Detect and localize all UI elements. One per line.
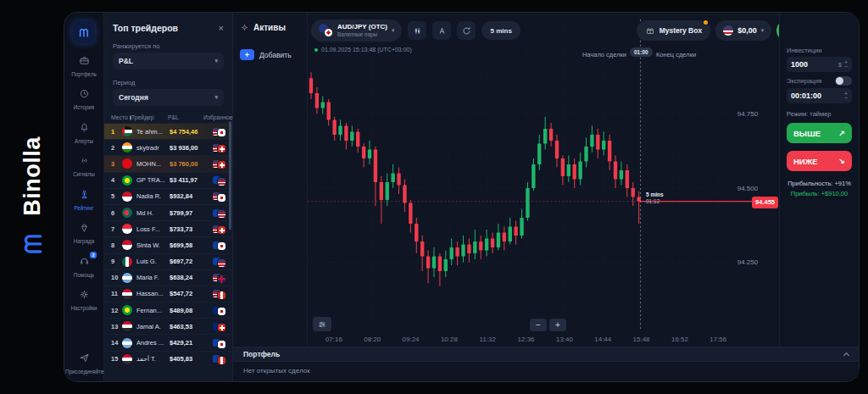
sidebar-item-alerts[interactable]: Алерты — [64, 121, 103, 144]
decrement-icon[interactable]: − — [844, 96, 848, 101]
trader-favorite-pair[interactable] — [205, 273, 225, 283]
notification-dot — [704, 20, 708, 25]
asset-selector[interactable]: AUD/JPY (OTC) Валютные пары ▾ — [311, 19, 402, 42]
zoom-in-button[interactable]: + — [549, 319, 566, 331]
trader-row[interactable]: 8Sinta W.$699,58 — [104, 236, 232, 252]
sidebar-item-history[interactable]: История — [64, 87, 103, 110]
chart-settings-button[interactable] — [313, 317, 331, 331]
top-traders-panel: Топ трейдеров × Ранжируется по P&L▾ Пери… — [104, 13, 233, 381]
live-dot-icon — [314, 48, 318, 52]
sidebar-item-signals[interactable]: Сигналы — [64, 154, 103, 177]
trader-row[interactable]: 14Andres ...$429,21 — [104, 334, 232, 350]
countdown-label: 5 mins 01:12 — [646, 191, 664, 205]
trader-favorite-pair[interactable] — [205, 321, 225, 331]
trader-country-flag-icon — [122, 142, 132, 153]
expiration-input[interactable]: 00:01:00 +− — [787, 88, 852, 103]
trader-row[interactable]: 10Maria F.$638,24 — [104, 269, 232, 286]
trader-country-flag-icon — [122, 208, 132, 218]
traders-scrollbar[interactable] — [229, 121, 231, 230]
trader-favorite-pair[interactable] — [205, 338, 225, 348]
trader-favorite-pair[interactable] — [205, 191, 225, 202]
arrow-down-right-icon: ↘ — [838, 157, 845, 165]
briefcase-icon — [79, 54, 90, 69]
trader-favorite-pair[interactable] — [205, 158, 225, 169]
lower-button[interactable]: НИЖЕ ↘ — [787, 151, 852, 171]
rank-by-label: Ранжируется по — [113, 42, 224, 50]
trader-row[interactable]: 5Nadia R.$932,84 — [104, 188, 232, 204]
favorite-flag-icon — [218, 357, 225, 364]
plus-icon: + — [240, 49, 254, 60]
sidebar-item-help[interactable]: Помощь2 — [64, 255, 103, 278]
mystery-box-button[interactable]: Mystery Box — [637, 20, 711, 41]
trader-row[interactable]: 2skytradr$3 936,00 — [104, 139, 232, 155]
trader-favorite-pair[interactable] — [205, 257, 225, 267]
favorite-flag-icon — [218, 194, 225, 202]
svg-text:94.750: 94.750 — [737, 110, 759, 118]
sidebar-item-settings[interactable]: Настройки — [64, 288, 103, 311]
trader-row[interactable]: 13Jamal A.$463,53 — [104, 318, 232, 334]
assets-title: Активы — [253, 23, 286, 32]
app-logo-icon[interactable] — [73, 21, 95, 43]
trader-country-flag-icon — [122, 289, 132, 299]
trader-favorite-pair[interactable] — [205, 126, 225, 136]
trader-favorite-pair[interactable] — [205, 224, 225, 234]
svg-text:14:44: 14:44 — [594, 336, 611, 343]
sidebar-item-reward[interactable]: Награда — [64, 221, 103, 244]
trader-name: Nadia R. — [136, 192, 170, 200]
balance-selector[interactable]: $0,00 ▾ — [715, 20, 771, 41]
candlestick-chart[interactable]: 07:1608:2009:2410:2811:3212:3613:4014:44… — [308, 13, 779, 347]
trader-pnl: $799,97 — [170, 209, 205, 217]
sidebar-item-join[interactable]: Присоединяйтесь — [64, 352, 103, 375]
sidebar-item-label: Настройки — [71, 305, 97, 311]
trader-name: Md H. — [136, 209, 170, 217]
period-select[interactable]: Сегодня▾ — [113, 89, 224, 106]
trader-pnl: $3 760,00 — [170, 160, 205, 168]
favorite-flag-icon — [218, 210, 225, 218]
trader-name: Luis G. — [136, 258, 170, 265]
trader-row[interactable]: 9Luis G.$697,72 — [104, 253, 232, 269]
svg-text:12:36: 12:36 — [518, 336, 535, 343]
trader-favorite-pair[interactable] — [205, 142, 225, 153]
trader-favorite-pair[interactable] — [205, 175, 225, 186]
trader-row[interactable]: 11Hassan...$547,72 — [104, 286, 232, 302]
sidebar-item-portfolio[interactable]: Портфель — [64, 54, 103, 77]
current-price-badge: 94.455 — [752, 197, 778, 208]
gear-icon — [79, 288, 90, 303]
expiration-toggle[interactable] — [835, 76, 852, 86]
decrement-icon[interactable]: − — [844, 64, 848, 69]
rank-by-select[interactable]: P&L▾ — [113, 53, 224, 69]
chart-type-button[interactable] — [408, 21, 426, 40]
zoom-out-button[interactable]: − — [530, 319, 547, 331]
sidebar-item-rating[interactable]: Рейтинг — [64, 188, 103, 211]
trader-country-flag-icon — [122, 257, 132, 267]
timeframe-button[interactable]: 5 mins — [481, 21, 520, 40]
trader-name: Fernan... — [136, 307, 170, 314]
refresh-button[interactable] — [457, 21, 476, 40]
trader-row[interactable]: 3MOHN...$3 760,00 — [104, 155, 232, 171]
trader-pnl: $429,21 — [170, 339, 205, 347]
trader-row[interactable]: 1Te ahm...$4 754,46 — [104, 123, 232, 139]
portfolio-title: Портфель — [243, 350, 280, 358]
trader-row[interactable]: 12Fernan...$489,08 — [104, 302, 232, 318]
trader-row[interactable]: 7Loss F...$733,73 — [104, 220, 232, 236]
trader-row[interactable]: 4GP TRA...$3 411,97 — [104, 172, 232, 188]
deal-duration-badge: 01:00 — [630, 47, 653, 57]
add-asset-button[interactable]: + Добавить — [240, 49, 300, 60]
trader-favorite-pair[interactable] — [205, 240, 225, 250]
trader-rank: 6 — [111, 209, 122, 217]
drawing-tools-button[interactable] — [432, 21, 451, 40]
trader-favorite-pair[interactable] — [205, 289, 225, 299]
sliders-icon — [317, 319, 327, 330]
trader-favorite-pair[interactable] — [205, 208, 225, 218]
chevron-down-icon: ▾ — [214, 94, 218, 101]
portfolio-bar[interactable]: Портфель — [233, 347, 859, 362]
svg-text:08:20: 08:20 — [364, 336, 381, 343]
trader-favorite-pair[interactable] — [205, 354, 225, 364]
chevron-down-icon: ▾ — [761, 27, 765, 34]
trader-row[interactable]: 15أحمد T.$405,83 — [104, 351, 232, 367]
investment-input[interactable]: 1000 $ +− — [787, 57, 852, 72]
higher-button[interactable]: ВЫШЕ ↗ — [787, 123, 852, 143]
trader-favorite-pair[interactable] — [205, 305, 225, 315]
close-icon[interactable]: × — [219, 24, 224, 32]
trader-row[interactable]: 6Md H.$799,97 — [104, 204, 232, 220]
